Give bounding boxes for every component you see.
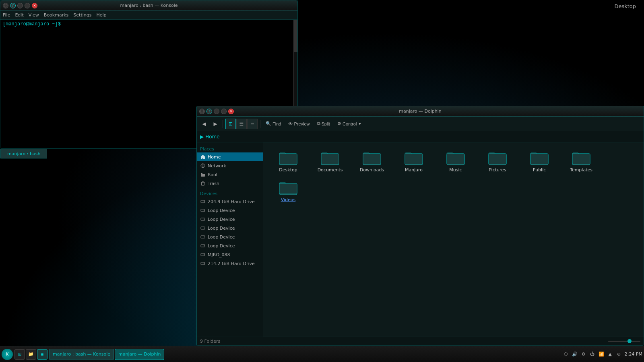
sidebar-item-home[interactable]: Home <box>197 152 263 161</box>
svg-rect-6 <box>201 173 202 174</box>
file-item-music[interactable]: Music <box>436 147 476 175</box>
file-name: Templates <box>570 167 592 173</box>
dolphin-main-area[interactable]: Desktop Documents Downloads <box>263 142 644 337</box>
back-button[interactable]: ◀ <box>199 119 209 129</box>
file-name: Documents <box>318 167 343 173</box>
find-icon: 🔍 <box>266 121 271 126</box>
konsole-menu-file[interactable]: File <box>3 12 10 18</box>
file-item-documents[interactable]: Documents <box>310 147 350 175</box>
sidebar-item-root[interactable]: Root <box>197 170 263 179</box>
loop-icon-2 <box>200 216 206 222</box>
taskbar-konsole-button[interactable]: manjaro : bash — Konsole <box>49 349 114 360</box>
svg-rect-7 <box>202 182 204 185</box>
taskbar-app-2[interactable]: 📁 <box>26 349 36 360</box>
konsole-menu-settings[interactable]: Settings <box>73 12 91 18</box>
dolphin-menu-button[interactable] <box>199 109 205 114</box>
svg-rect-48 <box>530 154 548 164</box>
power-tray-icon[interactable]: ⏻ <box>589 351 596 358</box>
forward-button[interactable]: ▶ <box>211 119 220 129</box>
konsole-menu-view[interactable]: View <box>29 12 39 18</box>
dolphin-breadcrumb: ▶ Home <box>197 131 644 142</box>
network-tray-icon[interactable]: ⬡ <box>563 351 569 358</box>
konsole-menu-button[interactable] <box>3 3 8 8</box>
breadcrumb-home[interactable]: Home <box>205 134 219 140</box>
hdd-icon-1 <box>200 199 206 204</box>
dolphin-minimize-button[interactable] <box>214 109 219 114</box>
dolphin-help-button[interactable]: ? <box>206 109 212 114</box>
loop-icon-4 <box>200 234 206 240</box>
svg-rect-42 <box>447 154 464 164</box>
konsole-menu-bookmarks[interactable]: Bookmarks <box>44 12 68 18</box>
loop-icon-5 <box>200 243 206 249</box>
settings-tray-icon[interactable]: ⚙ <box>580 351 587 358</box>
dolphin-close-button[interactable]: ✕ <box>228 109 234 114</box>
desktop-label: Desktop <box>614 3 636 9</box>
devices-section-label: Devices <box>197 189 263 197</box>
file-name: Downloads <box>360 167 384 173</box>
split-button[interactable]: ⧉ Split <box>314 118 333 130</box>
file-item-pictures[interactable]: Pictures <box>477 147 518 175</box>
file-item-downloads[interactable]: Downloads <box>352 147 392 175</box>
split-label: Split <box>322 121 330 126</box>
split-icon: ⧉ <box>317 121 320 126</box>
view-compact-button[interactable]: ≡ <box>247 119 258 129</box>
file-item-public[interactable]: Public <box>519 147 559 175</box>
control-button[interactable]: ⚙ Control ▼ <box>334 118 364 130</box>
file-item-videos[interactable]: Videos <box>268 177 308 205</box>
folder-icon <box>320 150 340 166</box>
audio-tray-icon[interactable]: 🔊 <box>572 351 578 358</box>
sidebar-item-loop4[interactable]: Loop Device <box>197 232 263 241</box>
sidebar-item-trash[interactable]: Trash <box>197 179 263 188</box>
sidebar-item-loop2[interactable]: Loop Device <box>197 215 263 224</box>
konsole-minimize-button[interactable] <box>17 3 23 8</box>
file-item-manjaro[interactable]: Manjaro <box>394 147 434 175</box>
taskbar-system-tray: ⬡ 🔊 ⚙ ⏻ 📶 ▲ ⊕ 2:24 PM <box>563 351 642 358</box>
expand-tray-icon[interactable]: ▲ <box>607 351 613 358</box>
taskbar-dolphin-button[interactable]: manjaro — Dolphin <box>115 349 164 360</box>
network-manager-icon[interactable]: 📶 <box>598 351 605 358</box>
preview-button[interactable]: 👁 Preview <box>285 118 312 130</box>
view-icons-button[interactable]: ⊞ <box>225 119 236 129</box>
sidebar-loop2-label: Loop Device <box>208 217 235 222</box>
screenshot-icon[interactable]: ⊕ <box>616 351 622 358</box>
sidebar-item-hdd204[interactable]: 204.9 GiB Hard Drive <box>197 197 263 206</box>
sidebar-item-mjro088[interactable]: MJRO_088 <box>197 250 263 259</box>
control-arrow-icon: ▼ <box>358 122 361 126</box>
dolphin-maximize-button[interactable] <box>221 109 227 114</box>
view-details-button[interactable]: ☰ <box>236 119 247 129</box>
sidebar-loop3-label: Loop Device <box>208 226 235 231</box>
breadcrumb-arrow-icon: ▶ <box>200 134 204 140</box>
taskbar-app-3[interactable]: ▪ <box>37 349 47 360</box>
sidebar-loop5-label: Loop Device <box>208 243 235 249</box>
zoom-thumb <box>627 339 632 343</box>
konsole-tab-bash[interactable]: manjaro : bash <box>0 149 47 158</box>
network-icon <box>200 163 206 169</box>
folder-icon <box>530 150 549 166</box>
control-icon: ⚙ <box>337 121 341 126</box>
konsole-menu-help[interactable]: Help <box>96 12 106 18</box>
file-item-desktop[interactable]: Desktop <box>268 147 308 175</box>
sidebar-item-loop3[interactable]: Loop Device <box>197 224 263 232</box>
sidebar-item-loop5[interactable]: Loop Device <box>197 241 263 250</box>
konsole-title: manjaro : bash — Konsole <box>3 3 295 8</box>
konsole-maximize-button[interactable] <box>25 3 30 8</box>
sidebar-item-network[interactable]: Network <box>197 161 263 170</box>
sidebar-hdd204-label: 204.9 GiB Hard Drive <box>208 199 255 204</box>
sidebar-item-hdd214[interactable]: 214.2 GiB Hard Drive <box>197 259 263 268</box>
file-item-templates[interactable]: Templates <box>561 147 601 175</box>
status-text: 9 Folders <box>200 339 220 344</box>
dolphin-statusbar: 9 Folders <box>197 337 644 346</box>
find-button[interactable]: 🔍 Find <box>263 118 284 130</box>
loop-icon-1 <box>200 208 206 213</box>
terminal-scrollbar-thumb[interactable] <box>294 20 297 52</box>
zoom-slider[interactable] <box>608 341 640 342</box>
konsole-help-button[interactable]: ? <box>10 3 16 8</box>
svg-line-10 <box>204 182 204 183</box>
sidebar-item-loop1[interactable]: Loop Device <box>197 206 263 215</box>
konsole-tabs: manjaro : bash <box>0 148 47 159</box>
taskbar-app-1[interactable]: ⊞ <box>14 349 25 360</box>
konsole-menu-edit[interactable]: Edit <box>15 12 23 18</box>
folder-icon <box>572 150 591 166</box>
konsole-close-button[interactable]: ✕ <box>32 3 37 8</box>
taskbar-start-button[interactable]: K <box>2 349 13 360</box>
